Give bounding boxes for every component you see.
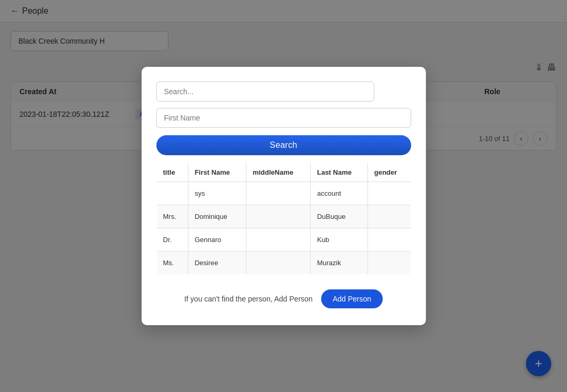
cell-0 <box>156 182 188 205</box>
firstname-input[interactable] <box>156 108 411 128</box>
cell-1: Gennaro <box>188 228 246 252</box>
cell-4 <box>367 205 411 228</box>
cell-3: Kub <box>311 228 368 252</box>
modal-overlay: Search title First Name middleName Last … <box>0 0 567 392</box>
search-input-top[interactable] <box>156 82 374 102</box>
search-button[interactable]: Search <box>156 135 411 155</box>
cell-0: Mrs. <box>156 205 188 228</box>
cell-4 <box>367 228 411 252</box>
cell-4 <box>367 182 411 205</box>
table-row[interactable]: Mrs.DominiqueDuBuque <box>156 205 411 228</box>
cell-3: account <box>311 182 368 205</box>
table-row[interactable]: Ms.DesireeMurazik <box>156 252 411 275</box>
add-person-button[interactable]: Add Person <box>321 289 383 308</box>
table-row[interactable]: sysaccount <box>156 182 411 205</box>
cell-0: Dr. <box>156 228 188 252</box>
col-header-firstname: First Name <box>188 163 246 182</box>
search-person-modal: Search title First Name middleName Last … <box>142 67 426 325</box>
cell-1: Dominique <box>188 205 246 228</box>
cell-2 <box>246 182 310 205</box>
cell-3: Murazik <box>311 252 368 275</box>
results-table: title First Name middleName Last Name ge… <box>156 163 411 275</box>
cell-0: Ms. <box>156 252 188 275</box>
cell-1: Desiree <box>188 252 246 275</box>
cell-2 <box>246 228 310 252</box>
table-row[interactable]: Dr.GennaroKub <box>156 228 411 252</box>
col-header-gender: gender <box>367 163 411 182</box>
col-header-middlename: middleName <box>246 163 310 182</box>
cell-2 <box>246 252 310 275</box>
col-header-title: title <box>156 163 188 182</box>
cell-4 <box>367 252 411 275</box>
footer-text: If you can't find the person, Add Person <box>184 295 313 303</box>
cell-3: DuBuque <box>311 205 368 228</box>
cell-1: sys <box>188 182 246 205</box>
cell-2 <box>246 205 310 228</box>
col-header-lastname: Last Name <box>311 163 368 182</box>
